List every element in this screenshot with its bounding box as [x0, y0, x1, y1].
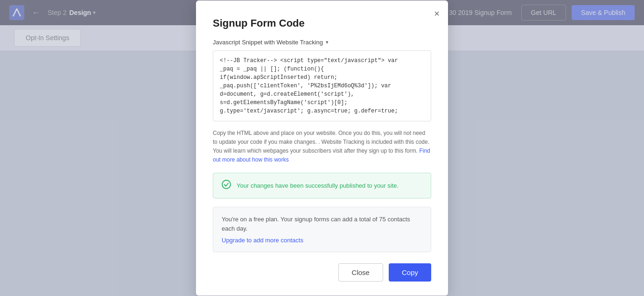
modal-overlay: × Signup Form Code Javascript Snippet wi… [0, 0, 644, 296]
code-description: Copy the HTML above and place on your we… [213, 129, 431, 165]
signup-form-code-modal: × Signup Form Code Javascript Snippet wi… [196, 0, 448, 296]
modal-close-button[interactable]: × [434, 9, 440, 18]
snippet-dropdown-label: Javascript Snippet with Website Tracking [213, 39, 323, 46]
info-box-text: You're on a free plan. Your signup forms… [222, 215, 422, 233]
close-button[interactable]: Close [338, 263, 383, 282]
copy-button[interactable]: Copy [389, 263, 431, 282]
svg-point-1 [222, 180, 231, 189]
code-textarea[interactable] [213, 50, 431, 121]
success-banner: Your changes have been successfully publ… [213, 173, 431, 198]
snippet-chevron-icon: ▾ [326, 39, 329, 45]
info-box: You're on a free plan. Your signup forms… [213, 207, 431, 252]
modal-title: Signup Form Code [213, 17, 431, 29]
modal-footer: Close Copy [213, 263, 431, 282]
snippet-dropdown[interactable]: Javascript Snippet with Website Tracking… [213, 39, 431, 46]
upgrade-link[interactable]: Upgrade to add more contacts [222, 237, 303, 244]
success-message: Your changes have been successfully publ… [237, 182, 399, 189]
success-check-icon [222, 180, 231, 191]
